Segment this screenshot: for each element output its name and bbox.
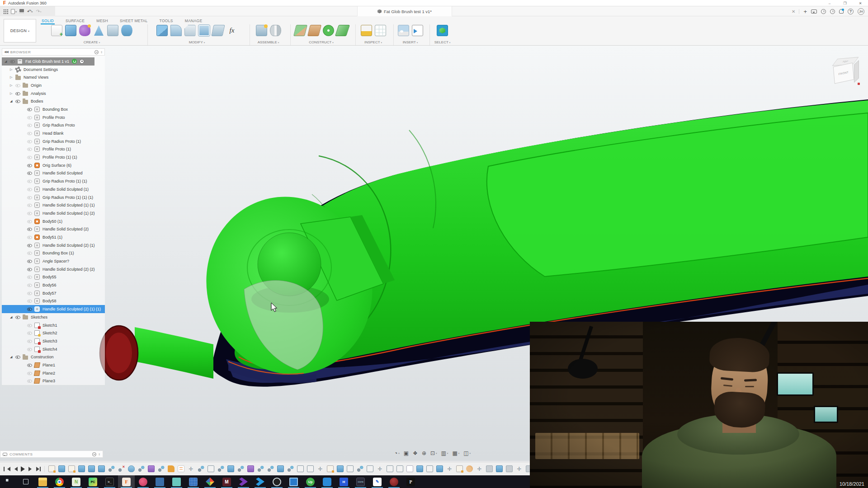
- tree-item[interactable]: Body55: [2, 273, 105, 282]
- visibility-eye-icon[interactable]: [27, 331, 33, 335]
- visibility-eye-icon[interactable]: [27, 307, 33, 311]
- taskbar-m-app[interactable]: M: [218, 475, 235, 488]
- tree-item[interactable]: Body51 (1): [2, 233, 105, 241]
- view-cube-right-face[interactable]: [854, 60, 859, 83]
- ribbon-tool-icon[interactable]: [51, 25, 62, 36]
- tree-item[interactable]: Handle Solid Sculpted (2) (1) (1): [2, 305, 105, 313]
- ribbon-tool-icon[interactable]: [211, 25, 225, 36]
- ribbon-tool-icon[interactable]: [65, 25, 76, 36]
- tree-item[interactable]: ◢ Construction: [2, 353, 105, 361]
- timeline-feature-icon[interactable]: [198, 465, 204, 472]
- timeline-feature-icon[interactable]: [287, 465, 294, 472]
- taskbar-up-app[interactable]: Up: [302, 475, 319, 488]
- taskbar-pycharm[interactable]: PC: [85, 475, 101, 488]
- ribbon-tool-icon[interactable]: [375, 25, 386, 36]
- tree-item[interactable]: Angle Spacer?: [2, 257, 105, 265]
- save-icon[interactable]: ▾: [19, 9, 24, 14]
- tree-item[interactable]: Profile Proto: [2, 113, 105, 122]
- taskbar-remote-desktop[interactable]: [151, 475, 168, 488]
- timeline-feature-icon[interactable]: [317, 465, 324, 472]
- tree-item[interactable]: Profile Proto (1) (1): [2, 153, 105, 161]
- visibility-eye-icon[interactable]: [27, 363, 33, 367]
- help-icon[interactable]: ?: [848, 9, 854, 14]
- expander-icon[interactable]: ▷: [10, 92, 15, 95]
- timeline-feature-icon[interactable]: [406, 465, 413, 472]
- ribbon-tool-icon[interactable]: [93, 25, 104, 36]
- close-tab-icon[interactable]: ✕: [792, 9, 799, 14]
- visibility-eye-icon[interactable]: [27, 131, 33, 136]
- taskbar-dark-app[interactable]: cura: [352, 475, 369, 488]
- undo-icon[interactable]: ↶▾: [27, 9, 33, 14]
- timeline-feature-icon[interactable]: [118, 465, 125, 472]
- minimize-panel-icon[interactable]: [92, 452, 96, 456]
- visibility-eye-icon[interactable]: [15, 99, 21, 103]
- taskbar-obs[interactable]: [269, 475, 285, 488]
- visibility-eye-icon[interactable]: [27, 115, 33, 120]
- ribbon-group-label[interactable]: INSERT▾: [403, 40, 418, 45]
- visibility-eye-icon[interactable]: [27, 147, 33, 151]
- visibility-eye-icon[interactable]: [15, 83, 21, 88]
- expander-icon[interactable]: ◢: [5, 60, 10, 63]
- ribbon-group-label[interactable]: ASSEMBLE▾: [258, 40, 279, 45]
- timeline-feature-icon[interactable]: [436, 465, 443, 472]
- timeline-feature-icon[interactable]: [396, 465, 403, 472]
- tree-item[interactable]: Grip Radius Proto (1) (1) (1): [2, 193, 105, 202]
- ribbon-group-label[interactable]: INSPECT▾: [364, 40, 382, 45]
- timeline-feature-icon[interactable]: [277, 465, 284, 472]
- ribbon-tool-icon[interactable]: [437, 25, 448, 36]
- play-button[interactable]: [19, 466, 25, 472]
- tree-item[interactable]: Handle Solid Sculpted (1) (1): [2, 201, 105, 209]
- go-to-end-button[interactable]: [35, 466, 42, 472]
- taskbar-vs-code[interactable]: [252, 475, 269, 488]
- tree-item[interactable]: Sketch3: [2, 337, 105, 345]
- ribbon-tab[interactable]: SHEET METAL: [119, 19, 149, 23]
- tree-item[interactable]: Bounding Box (1): [2, 249, 105, 258]
- taskbar-calculator[interactable]: [185, 475, 202, 488]
- tree-item[interactable]: Handle Solid Sculpted (2): [2, 225, 105, 233]
- visibility-eye-icon[interactable]: [27, 187, 33, 192]
- visibility-eye-icon[interactable]: [27, 155, 33, 160]
- tree-item[interactable]: Handle Solid Sculpted (1) (2): [2, 209, 105, 217]
- ribbon-group-label[interactable]: MODIFY▾: [189, 40, 205, 45]
- ribbon-tool-icon[interactable]: [79, 25, 90, 36]
- ribbon-tool-icon[interactable]: [256, 25, 267, 36]
- tree-item[interactable]: ◢ Sketches: [2, 313, 105, 321]
- tree-item[interactable]: Body56: [2, 281, 105, 289]
- visibility-eye-icon[interactable]: [10, 59, 15, 64]
- visibility-eye-icon[interactable]: [15, 315, 21, 319]
- step-forward-button[interactable]: [27, 466, 33, 472]
- display-settings-icon[interactable]: ▥▾: [441, 450, 448, 456]
- taskbar-chrome[interactable]: [51, 475, 68, 488]
- ribbon-tool-icon[interactable]: [107, 25, 118, 36]
- look-at-icon[interactable]: ▣▾: [404, 450, 409, 456]
- notifications-icon[interactable]: [839, 9, 844, 14]
- ribbon-tool-icon[interactable]: [156, 25, 168, 36]
- step-back-button[interactable]: [11, 466, 17, 472]
- view-cube[interactable]: TOP FRONT: [830, 57, 861, 88]
- timeline-feature-icon[interactable]: [168, 465, 175, 472]
- timeline-feature-icon[interactable]: [456, 465, 463, 472]
- taskbar-h-app[interactable]: H: [335, 475, 352, 488]
- timeline-feature-icon[interactable]: [486, 465, 493, 472]
- taskbar-notes-app[interactable]: [168, 475, 185, 488]
- timeline-feature-icon[interactable]: [58, 465, 65, 472]
- tree-item[interactable]: ▷ Analysis: [2, 89, 105, 98]
- expander-icon[interactable]: ◢: [10, 99, 15, 103]
- taskbar-terminal[interactable]: >_: [101, 475, 118, 488]
- ribbon-tool-icon[interactable]: [198, 25, 210, 36]
- browser-panel-header[interactable]: ◀◀ BROWSER ‖: [2, 48, 105, 56]
- history-icon[interactable]: [821, 9, 826, 14]
- timeline-feature-icon[interactable]: [88, 465, 95, 472]
- zoom-icon[interactable]: ⊕▾: [422, 450, 426, 456]
- taskbar-visual-studio[interactable]: [235, 475, 252, 488]
- ribbon-tool-icon[interactable]: [170, 25, 182, 36]
- panel-grip-icon[interactable]: ‖: [101, 50, 103, 54]
- go-to-start-button[interactable]: [3, 466, 9, 472]
- visibility-eye-icon[interactable]: [27, 251, 33, 255]
- timeline-feature-icon[interactable]: [148, 465, 155, 472]
- visibility-eye-icon[interactable]: [27, 163, 33, 168]
- timeline-feature-icon[interactable]: [377, 465, 383, 472]
- taskbar-diamond-app[interactable]: [202, 475, 218, 488]
- timeline-feature-icon[interactable]: [476, 465, 483, 472]
- timeline-feature-icon[interactable]: [337, 465, 344, 472]
